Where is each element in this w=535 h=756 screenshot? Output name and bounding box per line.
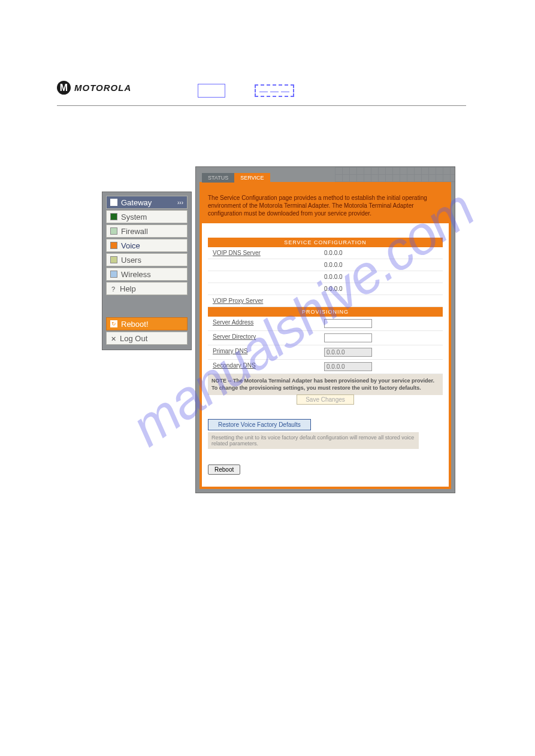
- logo-icon: M: [57, 81, 71, 95]
- row-server-directory: Server Directory: [208, 331, 443, 345]
- value-dns3: 0.0.0.0: [319, 271, 443, 283]
- sidebar-label: Firewall: [121, 227, 148, 236]
- config-form: SERVICE CONFIGURATION VOIP DNS Server 0.…: [202, 223, 449, 487]
- input-server-address[interactable]: [324, 319, 372, 328]
- row-voip-proxy: VOIP Proxy Server: [208, 295, 443, 307]
- description-text: The Service Configuration page provides …: [202, 184, 449, 223]
- row-voip-dns: VOIP DNS Server 0.0.0.0: [208, 247, 443, 259]
- value-dns4: 0.0.0.0: [319, 283, 443, 294]
- sidebar-label: Users: [121, 256, 141, 265]
- section-provisioning: PROVISIONING: [208, 307, 443, 317]
- label-server-directory: Server Directory: [208, 331, 319, 345]
- save-button[interactable]: Save Changes: [297, 394, 354, 405]
- tab-status[interactable]: STATUS: [202, 173, 234, 183]
- sidebar-label: Help: [120, 284, 136, 293]
- square-icon: [110, 271, 117, 278]
- input-server-directory[interactable]: [324, 333, 372, 342]
- sidebar-item-users[interactable]: Users: [106, 253, 188, 266]
- square-icon: [110, 227, 117, 235]
- row-primary-dns: Primary DNS: [208, 345, 443, 360]
- sidebar-label: Reboot!: [121, 320, 149, 329]
- sidebar-item-gateway[interactable]: Gateway ›››: [106, 196, 188, 209]
- label-primary-dns: Primary DNS: [208, 345, 319, 359]
- row-voip-dns3: 0.0.0.0: [208, 271, 443, 283]
- header: M MOTOROLA: [57, 81, 466, 106]
- decorative-grid: [335, 167, 455, 182]
- sidebar-label: Voice: [121, 241, 140, 250]
- brand-name: MOTOROLA: [74, 83, 131, 93]
- label-server-address: Server Address: [208, 317, 319, 330]
- sidebar-label: Log Out: [120, 334, 147, 343]
- sidebar-item-logout[interactable]: ✕ Log Out: [106, 332, 188, 345]
- square-icon: [110, 199, 117, 206]
- square-icon: [110, 242, 117, 249]
- section-service-config: SERVICE CONFIGURATION: [208, 238, 443, 247]
- sidebar: Gateway ››› System Firewall Voice Users …: [102, 192, 192, 350]
- reboot-button[interactable]: Reboot: [208, 464, 240, 475]
- question-icon: ?: [110, 286, 116, 292]
- input-secondary-dns[interactable]: [324, 362, 372, 371]
- header-links: [198, 84, 294, 98]
- row-secondary-dns: Secondary DNS: [208, 360, 443, 374]
- value-dns1: 0.0.0.0: [319, 247, 443, 259]
- value-dns2: 0.0.0.0: [319, 259, 443, 271]
- sidebar-item-system[interactable]: System: [106, 210, 188, 223]
- reboot-icon: ↻: [110, 320, 117, 327]
- panel-tabs: STATUS SERVICE: [202, 173, 270, 183]
- input-primary-dns[interactable]: [324, 348, 372, 357]
- close-icon: ✕: [110, 335, 116, 341]
- restore-defaults-button[interactable]: Restore Voice Factory Defaults: [208, 419, 311, 430]
- row-voip-dns2: 0.0.0.0: [208, 259, 443, 271]
- sidebar-item-voice[interactable]: Voice: [106, 239, 188, 252]
- sidebar-item-wireless[interactable]: Wireless: [106, 268, 188, 281]
- chevron-right-icon: ›››: [177, 199, 183, 206]
- header-dashed-link[interactable]: [255, 84, 294, 97]
- tab-service[interactable]: SERVICE: [234, 173, 270, 183]
- sidebar-label: Wireless: [121, 270, 151, 279]
- square-icon: [110, 213, 117, 220]
- label-secondary-dns: Secondary DNS: [208, 360, 319, 374]
- square-icon: [110, 256, 117, 263]
- row-voip-dns4: 0.0.0.0: [208, 283, 443, 295]
- sidebar-label: System: [121, 212, 147, 221]
- sidebar-item-firewall[interactable]: Firewall: [106, 224, 188, 238]
- label-voip-dns: VOIP DNS Server: [208, 247, 319, 259]
- sidebar-item-help[interactable]: ? Help: [106, 282, 188, 295]
- row-server-address: Server Address: [208, 317, 443, 331]
- header-tab-link[interactable]: [198, 84, 225, 98]
- label-voip-proxy: VOIP Proxy Server: [208, 295, 319, 306]
- sidebar-item-reboot[interactable]: ↻ Reboot!: [106, 317, 188, 330]
- main-panel: STATUS SERVICE The Service Configuration…: [195, 166, 455, 493]
- reset-message: Resetting the unit to its voice factory …: [208, 432, 419, 449]
- sidebar-label: Gateway: [121, 198, 152, 207]
- provisioning-note: NOTE -- The Motorola Terminal Adapter ha…: [208, 374, 443, 395]
